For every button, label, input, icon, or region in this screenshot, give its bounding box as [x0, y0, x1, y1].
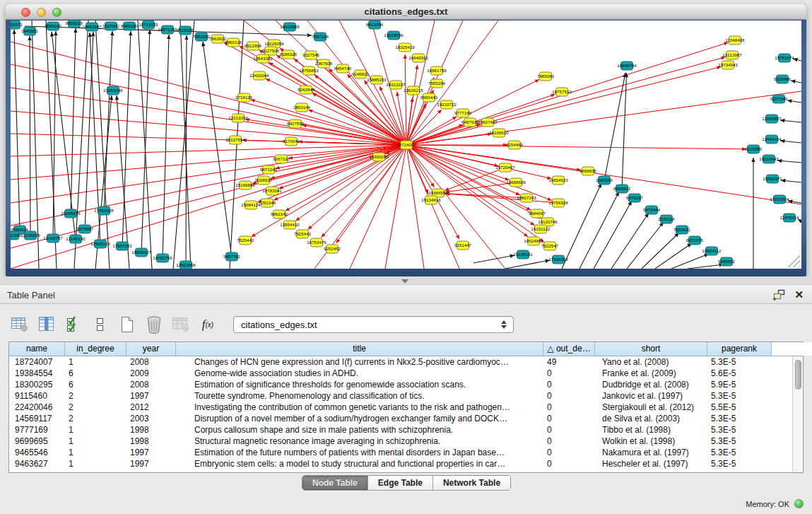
- table-cell[interactable]: 1: [65, 436, 126, 447]
- graph-node[interactable]: 9154469: [506, 141, 524, 149]
- table-cell[interactable]: 0: [543, 413, 595, 424]
- graph-node[interactable]: 7663822: [209, 35, 227, 43]
- graph-node[interactable]: 21053346: [103, 86, 123, 95]
- graph-node[interactable]: 9329966: [774, 75, 792, 83]
- table-row[interactable]: 1830029562008Estimation of significance …: [9, 379, 803, 390]
- table-cell[interactable]: Estimation of significance thresholds fo…: [176, 379, 543, 390]
- table-cell[interactable]: 2: [65, 413, 126, 424]
- table-cell[interactable]: 6: [65, 368, 126, 379]
- table-cell[interactable]: 1: [65, 424, 126, 436]
- graph-node[interactable]: 7522547: [541, 242, 559, 250]
- table-cell[interactable]: 5.3E-5: [707, 356, 772, 368]
- table-cell[interactable]: 1997: [126, 390, 176, 402]
- table-cell[interactable]: Estimation of the future numbers of pati…: [176, 447, 543, 458]
- graph-node[interactable]: 9242848: [298, 86, 315, 94]
- graph-node[interactable]: 19734943: [718, 61, 738, 69]
- graph-node[interactable]: 6479197: [626, 194, 644, 202]
- graph-node[interactable]: 8813054: [366, 21, 384, 29]
- graph-node[interactable]: 18300295: [369, 153, 389, 161]
- graph-node[interactable]: 18322037: [386, 81, 406, 89]
- table-cell[interactable]: 0: [543, 390, 595, 402]
- table-cell[interactable]: Hescheler et al. (1997): [595, 458, 707, 469]
- graph-node[interactable]: 16210643: [759, 155, 779, 163]
- float-panel-icon[interactable]: [773, 289, 786, 300]
- window-titlebar[interactable]: citations_edges.txt: [6, 4, 806, 20]
- graph-node[interactable]: 9862342: [271, 210, 288, 218]
- table-cell[interactable]: 1: [65, 356, 126, 368]
- table-row[interactable]: 946362711997Embryonic stem cells: a mode…: [9, 458, 803, 469]
- table-cell[interactable]: Investigating the contribution of common…: [176, 402, 543, 413]
- column-header-out_de[interactable]: △ out_de…: [543, 342, 595, 356]
- graph-node[interactable]: 7832621: [673, 226, 691, 234]
- table-cell[interactable]: Yano et al. (2008): [595, 356, 707, 368]
- table-cell[interactable]: Wolkin et al. (1998): [595, 436, 707, 447]
- column-header-title[interactable]: title: [176, 342, 543, 356]
- graph-node[interactable]: 15885203: [367, 76, 387, 84]
- table-cell[interactable]: 9115460: [9, 390, 65, 402]
- table-cell[interactable]: Tourette syndrome. Phenomenology and cla…: [176, 390, 543, 402]
- table-cell[interactable]: 2003: [126, 413, 176, 424]
- table-cell[interactable]: 5.3E-5: [707, 458, 772, 469]
- table-cell[interactable]: Changes of HCN gene expression and I(f) …: [176, 356, 543, 368]
- graph-node[interactable]: 7955284: [428, 79, 446, 88]
- graph-node[interactable]: 9267110: [273, 155, 290, 163]
- function-builder-button[interactable]: f(x): [198, 315, 218, 334]
- table-cell[interactable]: 0: [543, 402, 595, 413]
- table-cell[interactable]: Disruption of a novel member of a sodium…: [176, 413, 543, 424]
- table-cell[interactable]: 0: [543, 458, 595, 469]
- table-row[interactable]: 1456911722003Disruption of a novel membe…: [9, 413, 803, 424]
- table-cell[interactable]: 6: [65, 379, 126, 390]
- vertical-scrollbar[interactable]: [792, 356, 803, 472]
- table-cell[interactable]: 2008: [126, 379, 176, 390]
- table-cell[interactable]: 2: [65, 390, 126, 402]
- delete-table-button-disabled[interactable]: [171, 315, 191, 334]
- tab-node-table[interactable]: Node Table: [302, 476, 368, 490]
- graph-node[interactable]: 1640954: [596, 176, 613, 185]
- graph-node[interactable]: 9028937: [255, 176, 273, 185]
- table-cell[interactable]: 0: [543, 379, 595, 390]
- table-cell[interactable]: 1: [65, 447, 126, 458]
- table-cell[interactable]: Embryonic stem cells: a model to study s…: [176, 458, 543, 469]
- graph-node[interactable]: 8990443: [420, 93, 438, 102]
- graph-node[interactable]: 15134816: [421, 196, 441, 204]
- graph-node[interactable]: 8912954: [245, 42, 262, 50]
- table-selector-dropdown[interactable]: citations_edges.txt: [233, 316, 514, 333]
- graph-node[interactable]: 16654923: [548, 176, 568, 185]
- tab-network-table[interactable]: Network Table: [433, 476, 510, 490]
- graph-node[interactable]: 8454749: [334, 64, 352, 73]
- table-cell[interactable]: Structural magnetic resonance image aver…: [176, 436, 543, 447]
- table-cell[interactable]: Jankovic et al. (1997): [595, 390, 707, 402]
- table-cell[interactable]: 0: [543, 368, 595, 379]
- table-cell[interactable]: 1997: [126, 447, 176, 458]
- table-row[interactable]: 977716911998Corpus callosum shape and si…: [9, 424, 803, 436]
- graph-node[interactable]: 9975887: [76, 225, 94, 233]
- graph-node[interactable]: 9871049: [260, 165, 278, 174]
- table-cell[interactable]: Tibbo et al. (1998): [595, 424, 707, 436]
- column-header-pagerank[interactable]: pagerank: [707, 342, 772, 356]
- table-cell[interactable]: 1998: [126, 436, 176, 447]
- table-cell[interactable]: 22420046: [9, 402, 65, 413]
- graph-node[interactable]: 11675314: [779, 214, 799, 222]
- graph-node[interactable]: 13954410: [280, 221, 300, 229]
- graph-node[interactable]: 12145190: [66, 235, 86, 243]
- table-cell[interactable]: Dudbridge et al. (2008): [595, 379, 707, 390]
- graph-node[interactable]: 13626215: [404, 86, 423, 95]
- column-header-year[interactable]: year: [126, 342, 176, 356]
- graph-node[interactable]: 16671355: [158, 25, 177, 34]
- graph-node[interactable]: 18756853: [299, 66, 319, 75]
- table-cell[interactable]: 19384554: [9, 368, 65, 379]
- graph-node[interactable]: 7857224: [312, 33, 329, 41]
- graph-node[interactable]: 7851552: [193, 33, 211, 41]
- table-cell[interactable]: 5.3E-5: [707, 390, 772, 402]
- table-cell[interactable]: 0: [543, 436, 595, 447]
- column-header-short[interactable]: short: [595, 342, 707, 356]
- graph-node[interactable]: 19210722: [437, 100, 457, 109]
- graph-node[interactable]: 17957253: [112, 242, 132, 250]
- graph-node[interactable]: 16648784: [617, 62, 637, 70]
- graph-node[interactable]: 10653287: [82, 23, 102, 31]
- graph-node[interactable]: 7925443: [294, 230, 312, 238]
- graph-node[interactable]: 15136141: [513, 250, 533, 259]
- graph-node[interactable]: 15751074: [775, 54, 794, 62]
- graph-node[interactable]: 9327546: [302, 51, 320, 59]
- graph-node[interactable]: 10543382: [253, 54, 273, 63]
